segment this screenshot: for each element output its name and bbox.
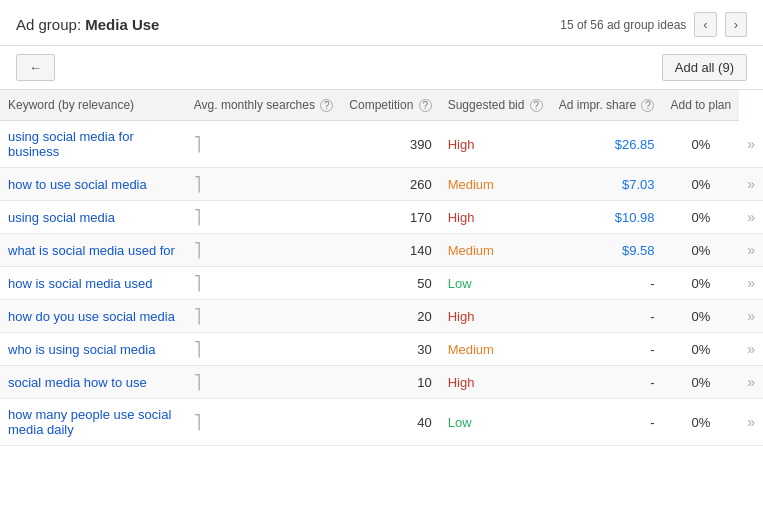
chart-icon[interactable]: ⎤ [194,414,201,430]
ad-group-name: Media Use [85,16,159,33]
keyword-cell[interactable]: who is using social media [0,333,186,366]
chart-icon-cell[interactable]: ⎤ [186,399,342,446]
impr-share-cell: 0% [662,366,739,399]
add-to-plan-cell[interactable]: » [739,267,763,300]
chart-icon-cell[interactable]: ⎤ [186,267,342,300]
chart-icon[interactable]: ⎤ [194,374,201,390]
chart-icon-cell[interactable]: ⎤ [186,168,342,201]
keyword-cell[interactable]: social media how to use [0,366,186,399]
pagination-controls: 15 of 56 ad group ideas ‹ › [560,12,747,37]
ad-group-title: Ad group: Media Use [16,16,159,33]
chart-icon-cell[interactable]: ⎤ [186,300,342,333]
searches-cell: 20 [341,300,439,333]
searches-cell: 30 [341,333,439,366]
impr-share-cell: 0% [662,333,739,366]
ad-group-label: Ad group: [16,16,81,33]
add-to-plan-icon[interactable]: » [747,308,755,324]
toolbar: ← Add all (9) [0,46,763,89]
add-to-plan-icon[interactable]: » [747,275,755,291]
chart-icon[interactable]: ⎤ [194,275,201,291]
chart-icon-cell[interactable]: ⎤ [186,234,342,267]
searches-cell: 50 [341,267,439,300]
keyword-cell[interactable]: how to use social media [0,168,186,201]
chart-icon-cell[interactable]: ⎤ [186,121,342,168]
back-button[interactable]: ← [16,54,55,81]
bid-cell: $9.58 [551,234,663,267]
bid-cell: - [551,366,663,399]
bid-cell: $10.98 [551,201,663,234]
add-to-plan-cell[interactable]: » [739,201,763,234]
table-row: how do you use social media⎤20High-0%» [0,300,763,333]
impr-share-cell: 0% [662,300,739,333]
add-to-plan-icon[interactable]: » [747,176,755,192]
add-all-button[interactable]: Add all (9) [662,54,747,81]
col-add-plan: Add to plan [662,90,739,121]
bid-cell: - [551,300,663,333]
keyword-cell[interactable]: how many people use social media daily [0,399,186,446]
add-to-plan-icon[interactable]: » [747,414,755,430]
bid-cell: $26.85 [551,121,663,168]
searches-help-icon[interactable]: ? [320,99,333,112]
add-to-plan-cell[interactable]: » [739,168,763,201]
next-page-button[interactable]: › [725,12,747,37]
col-bid: Suggested bid ? [440,90,551,121]
page-header: Ad group: Media Use 15 of 56 ad group id… [0,0,763,46]
add-to-plan-cell[interactable]: » [739,300,763,333]
competition-help-icon[interactable]: ? [419,99,432,112]
add-to-plan-icon[interactable]: » [747,209,755,225]
add-to-plan-icon[interactable]: » [747,242,755,258]
keyword-cell[interactable]: how do you use social media [0,300,186,333]
table-row: how is social media used⎤50Low-0%» [0,267,763,300]
impr-share-cell: 0% [662,399,739,446]
chart-icon[interactable]: ⎤ [194,341,201,357]
table-row: social media how to use⎤10High-0%» [0,366,763,399]
table-row: how many people use social media daily⎤4… [0,399,763,446]
add-to-plan-cell[interactable]: » [739,121,763,168]
impr-share-cell: 0% [662,234,739,267]
keyword-cell[interactable]: how is social media used [0,267,186,300]
col-searches: Avg. monthly searches ? [186,90,342,121]
table-row: who is using social media⎤30Medium-0%» [0,333,763,366]
impr-share-help-icon[interactable]: ? [641,99,654,112]
impr-share-cell: 0% [662,267,739,300]
searches-cell: 140 [341,234,439,267]
col-keyword: Keyword (by relevance) [0,90,186,121]
searches-cell: 10 [341,366,439,399]
chart-icon[interactable]: ⎤ [194,209,201,225]
competition-cell: Low [440,399,551,446]
bid-cell: - [551,333,663,366]
add-to-plan-cell[interactable]: » [739,333,763,366]
table-row: using social media for business⎤390High$… [0,121,763,168]
add-to-plan-cell[interactable]: » [739,234,763,267]
competition-cell: Medium [440,168,551,201]
add-to-plan-cell[interactable]: » [739,399,763,446]
chart-icon[interactable]: ⎤ [194,176,201,192]
table-row: how to use social media⎤260Medium$7.030%… [0,168,763,201]
page-info: 15 of 56 ad group ideas [560,18,686,32]
table-row: using social media⎤170High$10.980%» [0,201,763,234]
competition-cell: High [440,201,551,234]
add-to-plan-icon[interactable]: » [747,136,755,152]
bid-cell: $7.03 [551,168,663,201]
chart-icon-cell[interactable]: ⎤ [186,201,342,234]
keyword-cell[interactable]: what is social media used for [0,234,186,267]
add-to-plan-cell[interactable]: » [739,366,763,399]
competition-cell: High [440,121,551,168]
keywords-table: Keyword (by relevance) Avg. monthly sear… [0,89,763,446]
table-header-row: Keyword (by relevance) Avg. monthly sear… [0,90,763,121]
prev-page-button[interactable]: ‹ [694,12,716,37]
searches-cell: 260 [341,168,439,201]
chart-icon[interactable]: ⎤ [194,242,201,258]
chart-icon[interactable]: ⎤ [194,308,201,324]
keyword-cell[interactable]: using social media [0,201,186,234]
chart-icon[interactable]: ⎤ [194,136,201,152]
competition-cell: High [440,366,551,399]
add-to-plan-icon[interactable]: » [747,341,755,357]
chart-icon-cell[interactable]: ⎤ [186,333,342,366]
bid-help-icon[interactable]: ? [530,99,543,112]
add-to-plan-icon[interactable]: » [747,374,755,390]
keyword-cell[interactable]: using social media for business [0,121,186,168]
bid-cell: - [551,399,663,446]
chart-icon-cell[interactable]: ⎤ [186,366,342,399]
searches-cell: 40 [341,399,439,446]
